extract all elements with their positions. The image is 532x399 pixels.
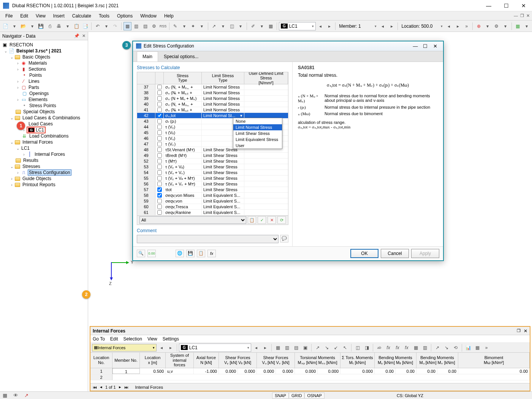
bp-ic16[interactable]: 📊 bbox=[464, 344, 472, 352]
menu-window[interactable]: Window bbox=[136, 12, 160, 20]
tree-parts[interactable]: Parts bbox=[28, 85, 40, 90]
tab-main[interactable]: Main bbox=[137, 51, 158, 62]
bp-ic12[interactable]: ▥ bbox=[421, 344, 429, 352]
member-next-icon[interactable]: ▸ bbox=[388, 22, 396, 30]
status-snap[interactable]: SNAP bbox=[272, 393, 289, 399]
expand-icon[interactable]: ⌄ bbox=[3, 49, 8, 53]
bp-ic17[interactable]: ▦ bbox=[473, 344, 481, 352]
filter-select[interactable]: All bbox=[139, 216, 246, 224]
comment-field[interactable] bbox=[137, 235, 279, 243]
tree-lines[interactable]: Lines bbox=[28, 79, 40, 84]
bp-menu-edit[interactable]: Edit bbox=[110, 336, 118, 342]
lb-arrow-icon[interactable]: ↗ bbox=[23, 392, 30, 398]
tree-lc1[interactable]: GLC1 bbox=[27, 127, 46, 133]
stress-row[interactable]: 61σeqv,RankineLimit Equivalent S... bbox=[137, 210, 288, 215]
ok-button[interactable]: OK bbox=[350, 249, 378, 258]
row-checkbox[interactable] bbox=[157, 153, 162, 158]
row-checkbox[interactable] bbox=[157, 136, 162, 141]
target-dd-icon[interactable]: ▾ bbox=[484, 22, 492, 30]
tree-basic[interactable]: Basic Objects bbox=[22, 54, 51, 60]
expand-icon[interactable]: › bbox=[15, 171, 21, 175]
bp-ic6[interactable]: ↘ bbox=[323, 344, 331, 352]
bp-menu-selection[interactable]: Selection bbox=[124, 336, 142, 342]
bp-more-icon[interactable]: » bbox=[482, 344, 491, 352]
row-checkbox[interactable] bbox=[157, 147, 162, 152]
lb-eye-icon[interactable]: 👁 bbox=[12, 392, 19, 398]
print-icon[interactable]: 🖶 bbox=[55, 22, 63, 30]
expand-icon[interactable]: ⌄ bbox=[9, 116, 14, 120]
menu-insert[interactable]: Insert bbox=[49, 12, 68, 20]
tree-elements[interactable]: Elements bbox=[28, 97, 48, 102]
row-checkbox[interactable] bbox=[157, 125, 162, 129]
dd-opt-equiv[interactable]: Limit Equivalent Stress bbox=[233, 136, 282, 142]
lc-prev-icon[interactable]: ◂ bbox=[317, 22, 325, 30]
cancel-button[interactable]: Cancel bbox=[381, 249, 409, 258]
expand-icon[interactable]: › bbox=[15, 86, 21, 90]
arrow-dd-icon[interactable]: ▾ bbox=[219, 22, 227, 30]
stress-row[interactable]: 59σeqv,von Mises,modLimit Equivalent S..… bbox=[137, 198, 288, 204]
gear-dd-icon[interactable]: ▾ bbox=[501, 22, 509, 30]
tree-special[interactable]: Special Objects bbox=[22, 109, 55, 114]
bp-table-combo[interactable]: ▦ Internal Forces▾ bbox=[92, 344, 157, 352]
stress-row[interactable]: 53τ (Vᵧ + V₂)Limit Shear Stress bbox=[137, 164, 288, 170]
location-combo[interactable]: Location: 500.0▾ bbox=[400, 22, 444, 30]
checkall-icon[interactable]: ✓ bbox=[258, 216, 266, 224]
bp-ic10[interactable]: ◨ bbox=[363, 344, 371, 352]
bp-ic5[interactable]: ↗ bbox=[314, 344, 322, 352]
new-icon[interactable]: 📄 bbox=[2, 22, 10, 30]
stress-row[interactable]: 55τ (Vᵧ + V₂ + Mᴛ)Limit Shear Stress bbox=[137, 176, 288, 181]
stress-row[interactable]: 37σₓ (N꜀ + Mᵧ,꜀ + M₂,꜀)Limit Normal Stre… bbox=[137, 84, 288, 90]
close-button[interactable]: ✕ bbox=[518, 2, 529, 10]
stress-row[interactable]: 52τ (Mᴛ)Limit Shear Stress bbox=[137, 158, 288, 164]
copy2-icon[interactable]: 📋 bbox=[197, 250, 205, 257]
stress-row[interactable]: 56τ (Vᵤ + Vᵥ + Mᴛ)Limit Shear Stress bbox=[137, 181, 288, 187]
calc-icon[interactable]: ⚙ bbox=[150, 22, 158, 30]
tree-loadcomb[interactable]: Load Combinations bbox=[28, 133, 69, 139]
dialog-min-icon[interactable]: — bbox=[410, 43, 420, 49]
tree-materials[interactable]: Materials bbox=[28, 60, 48, 66]
row-checkbox[interactable] bbox=[157, 170, 162, 175]
expand-icon[interactable]: › bbox=[15, 67, 21, 71]
comment-btn-icon[interactable]: 💬 bbox=[280, 235, 288, 242]
bp-ic13[interactable]: ↗ bbox=[433, 344, 442, 352]
bp-ic7[interactable]: ↙ bbox=[332, 344, 340, 352]
bp-menu-view[interactable]: View bbox=[147, 336, 157, 342]
row-checkbox[interactable] bbox=[157, 119, 162, 124]
bp-ic9[interactable]: ◫ bbox=[353, 344, 362, 352]
box-dd-icon[interactable]: ▾ bbox=[237, 22, 245, 30]
row-checkbox[interactable] bbox=[157, 102, 162, 106]
row-checkbox[interactable] bbox=[157, 210, 162, 215]
pencil-dd-icon[interactable]: ▾ bbox=[180, 22, 188, 30]
bp-abc-icon[interactable]: ab bbox=[375, 344, 383, 352]
table-row[interactable]: 2 bbox=[90, 374, 530, 380]
expand-icon[interactable]: ⌄ bbox=[9, 140, 14, 144]
bp-ic15[interactable]: ⟲ bbox=[451, 344, 460, 352]
menu-tools[interactable]: Tools bbox=[95, 12, 113, 20]
wand-dd-icon[interactable]: ▾ bbox=[198, 22, 206, 30]
member-prev-icon[interactable]: ◂ bbox=[379, 22, 387, 30]
tree-intforces[interactable]: Internal Forces bbox=[22, 139, 54, 145]
menu-edit[interactable]: Edit bbox=[16, 12, 32, 20]
row-checkbox[interactable] bbox=[157, 96, 162, 101]
dd-opt-user[interactable]: User bbox=[233, 142, 282, 149]
save-icon[interactable]: 💾 bbox=[37, 22, 45, 30]
target-icon[interactable]: ⊕ bbox=[475, 22, 483, 30]
undo-icon[interactable]: ↶ bbox=[93, 22, 101, 30]
bp-ic14[interactable]: ↘ bbox=[442, 344, 451, 352]
bp-close-icon[interactable]: ✕ bbox=[524, 328, 527, 334]
row-checkbox[interactable] bbox=[157, 165, 162, 169]
stress-row[interactable]: 41σₓ (Nₜ + Mᵤ,ₜ + Mᵥ,ₜ)Limit Normal Stre… bbox=[137, 107, 288, 113]
arrow-icon[interactable]: ↗ bbox=[210, 22, 218, 30]
row-checkbox[interactable] bbox=[157, 193, 162, 198]
copy-icon[interactable]: 📋 bbox=[248, 216, 256, 224]
row-checkbox[interactable] bbox=[157, 187, 162, 192]
limit-type-dropdown[interactable]: None Limit Normal Stress Limit Shear Str… bbox=[233, 118, 282, 149]
expand-icon[interactable]: ⌄ bbox=[9, 55, 14, 59]
tree-stressconfig[interactable]: Stress Configuration bbox=[28, 169, 71, 176]
tree-lc1b[interactable]: LC1 bbox=[21, 146, 30, 151]
bp-fx-icon[interactable]: fx bbox=[384, 344, 393, 352]
stress-row[interactable]: 39σₓ (N + Mᵤ + Mᵥ)Limit Normal Stress bbox=[137, 96, 288, 101]
loc-prev-icon[interactable]: ◂ bbox=[445, 22, 453, 30]
menu-options[interactable]: Options bbox=[113, 12, 136, 20]
expand-icon[interactable]: ⌄ bbox=[15, 146, 21, 150]
